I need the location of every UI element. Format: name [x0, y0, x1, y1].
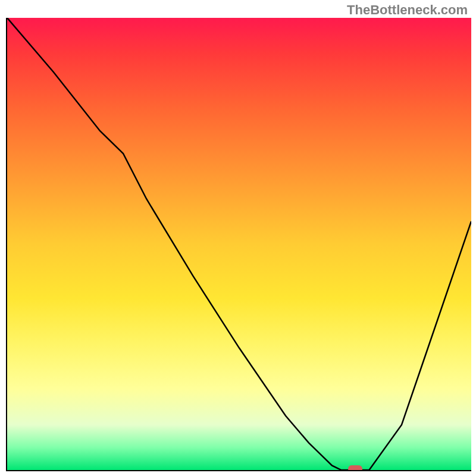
chart-svg [7, 18, 471, 470]
watermark-text: TheBottleneck.com [347, 2, 468, 18]
chart-plot-area [6, 18, 471, 471]
optimal-marker [348, 465, 362, 470]
bottleneck-curve [7, 18, 471, 470]
